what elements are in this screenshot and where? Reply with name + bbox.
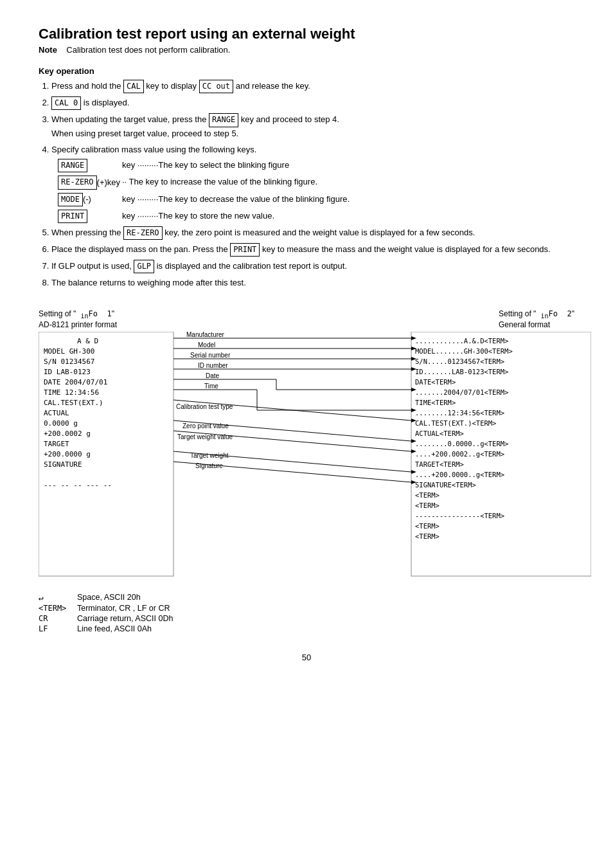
note-text: Calibration test does not perform calibr… xyxy=(66,45,230,55)
svg-text:Model: Model xyxy=(198,341,215,348)
right-header: Setting of " inFo 2" General format xyxy=(499,309,574,329)
step-7: If GLP output is used, GLP is displayed … xyxy=(51,260,574,273)
diagram-section: Setting of " inFo 1" AD-8121 printer for… xyxy=(39,309,574,582)
svg-text:+200.0000  g: +200.0000 g xyxy=(44,450,91,458)
key-operation-list: Press and hold the CAL key to display CC… xyxy=(51,80,574,290)
step-4: Specify calibration mass value using the… xyxy=(51,143,574,223)
key-operation-title: Key operation xyxy=(39,66,574,76)
key-operation-section: Key operation Press and hold the CAL key… xyxy=(39,66,574,290)
print-key-s6: PRINT xyxy=(230,243,260,257)
svg-text:DATE  2004/07/01: DATE 2004/07/01 xyxy=(44,378,107,386)
range-key-s3: RANGE xyxy=(209,113,238,127)
diagram-svg: A & D MODEL GH-300 S/N 01234567 ID LAB-0… xyxy=(39,332,591,583)
svg-text:<TERM>: <TERM> xyxy=(415,502,440,509)
note-label: Note xyxy=(39,45,57,55)
sublist-mode: MODE(-) key ·········The key to decrease… xyxy=(58,193,574,206)
svg-text:+200.0002  g: +200.0002 g xyxy=(44,429,91,438)
svg-text:.......2004/07/01<TERM>: .......2004/07/01<TERM> xyxy=(415,388,508,396)
svg-text:ID number: ID number xyxy=(198,362,228,369)
page-title: Calibration test report using an externa… xyxy=(39,26,574,42)
step-6: Place the displayed mass on the pan. Pre… xyxy=(51,243,574,257)
rezero-key-s5: RE-ZERO xyxy=(123,226,163,240)
svg-text:........12:34:56<TERM>: ........12:34:56<TERM> xyxy=(415,409,504,417)
svg-text:MODEL     GH-300: MODEL GH-300 xyxy=(44,347,94,356)
svg-text:Calibration test type: Calibration test type xyxy=(176,403,233,410)
step-8: The balance returns to weighing mode aft… xyxy=(51,276,574,290)
svg-text:S/N.....01234567<TERM>: S/N.....01234567<TERM> xyxy=(415,357,504,365)
legend-symbol-lf: LF xyxy=(39,624,77,633)
svg-text:Target weight: Target weight xyxy=(190,452,229,459)
legend-symbol-term: <TERM> xyxy=(39,604,77,613)
svg-text:<TERM>: <TERM> xyxy=(415,532,440,540)
step-5: When pressing the RE-ZERO key, the zero … xyxy=(51,226,574,240)
svg-text:CAL.TEST(EXT.)<TERM>: CAL.TEST(EXT.)<TERM> xyxy=(415,419,496,427)
svg-text:----------------<TERM>: ----------------<TERM> xyxy=(415,512,504,520)
svg-text:............A.&.D<TERM>: ............A.&.D<TERM> xyxy=(415,337,508,345)
step-3: When updating the target value, press th… xyxy=(51,113,574,140)
legend-desc-lf: Line feed, ASCII 0Ah xyxy=(77,624,152,633)
page-number: 50 xyxy=(39,653,574,662)
svg-text:Zero point value: Zero point value xyxy=(182,422,229,429)
legend-row-term: <TERM> Terminator, CR , LF or CR xyxy=(39,604,574,613)
svg-text:MODEL.......GH-300<TERM>: MODEL.......GH-300<TERM> xyxy=(415,347,513,355)
sublist-rezero: RE-ZERO(+)key ·· The key to increase the… xyxy=(58,176,574,189)
svg-text:SIGNATURE<TERM>: SIGNATURE<TERM> xyxy=(415,481,476,489)
svg-text:........0.0000..g<TERM>: ........0.0000..g<TERM> xyxy=(415,440,508,448)
legend-desc-term: Terminator, CR , LF or CR xyxy=(77,604,170,613)
legend-row-cr: CR Carriage return, ASCII 0Dh xyxy=(39,614,574,623)
svg-text:DATE<TERM>: DATE<TERM> xyxy=(415,378,456,386)
svg-text:SIGNATURE: SIGNATURE xyxy=(44,460,82,469)
svg-text:Serial number: Serial number xyxy=(190,352,231,359)
svg-text:CAL.TEST(EXT.): CAL.TEST(EXT.) xyxy=(44,399,103,407)
svg-text:<TERM>: <TERM> xyxy=(415,491,440,499)
note-line: Note Calibration test does not perform c… xyxy=(39,45,574,55)
legend-desc-space: Space, ASCII 20h xyxy=(77,593,141,602)
svg-text:0.0000  g: 0.0000 g xyxy=(44,419,78,428)
sublist-print: PRINT key ·········The key to store the … xyxy=(58,210,574,223)
legend-row-lf: LF Line feed, ASCII 0Ah xyxy=(39,624,574,633)
diagram-headers: Setting of " inFo 1" AD-8121 printer for… xyxy=(39,309,574,329)
svg-text:A & D: A & D xyxy=(77,337,98,345)
svg-text:--- -- -- --- --: --- -- -- --- -- xyxy=(44,481,112,489)
left-header: Setting of " inFo 1" AD-8121 printer for… xyxy=(39,309,117,329)
mode-key-s4: MODE xyxy=(58,193,83,206)
svg-text:TARGET<TERM>: TARGET<TERM> xyxy=(415,460,464,468)
svg-text:....+200.0002..g<TERM>: ....+200.0002..g<TERM> xyxy=(415,450,504,458)
svg-text:Target weight value: Target weight value xyxy=(177,433,233,440)
legend-row-space: ↵ Space, ASCII 20h xyxy=(39,593,574,602)
svg-text:TIME    12:34:56: TIME 12:34:56 xyxy=(44,388,99,397)
svg-text:Manufacturer: Manufacturer xyxy=(186,332,225,338)
svg-text:Signature: Signature xyxy=(195,462,223,469)
svg-text:S/N     01234567: S/N 01234567 xyxy=(44,357,94,366)
svg-text:Date: Date xyxy=(206,372,220,379)
legend-section: ↵ Space, ASCII 20h <TERM> Terminator, CR… xyxy=(39,593,574,633)
cal-key: CAL xyxy=(123,80,144,93)
legend-desc-cr: Carriage return, ASCII 0Dh xyxy=(77,614,173,623)
step4-sublist: RANGE key ·········The key to select the… xyxy=(58,159,574,223)
svg-text:ACTUAL<TERM>: ACTUAL<TERM> xyxy=(415,429,464,437)
svg-text:ACTUAL: ACTUAL xyxy=(44,409,69,417)
legend-symbol-space: ↵ xyxy=(39,593,77,602)
svg-text:<TERM>: <TERM> xyxy=(415,522,440,530)
ccout-display: CC out xyxy=(199,80,233,93)
svg-text:ID.......LAB-0123<TERM>: ID.......LAB-0123<TERM> xyxy=(415,368,508,375)
svg-text:ID     LAB-0123: ID LAB-0123 xyxy=(44,368,91,376)
print-key-s4: PRINT xyxy=(58,210,87,223)
svg-text:Time: Time xyxy=(204,383,218,390)
svg-text:TIME<TERM>: TIME<TERM> xyxy=(415,399,456,406)
rezero-key-s4: RE-ZERO xyxy=(58,176,97,189)
step-1: Press and hold the CAL key to display CC… xyxy=(51,80,574,93)
glp-display: GLP xyxy=(134,260,154,273)
step-2: CAL 0 is displayed. xyxy=(51,96,574,110)
cal0-display: CAL 0 xyxy=(51,96,81,110)
legend-symbol-cr: CR xyxy=(39,614,77,623)
svg-text:....+200.0000..g<TERM>: ....+200.0000..g<TERM> xyxy=(415,471,504,478)
sublist-range: RANGE key ·········The key to select the… xyxy=(58,159,574,172)
svg-text:TARGET: TARGET xyxy=(44,440,69,448)
range-key-s4: RANGE xyxy=(58,159,87,172)
